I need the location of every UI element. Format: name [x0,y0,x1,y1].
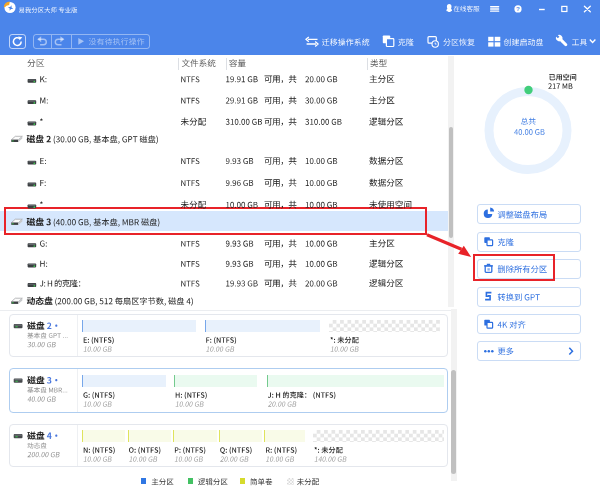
svg-text:?: ? [516,5,520,12]
